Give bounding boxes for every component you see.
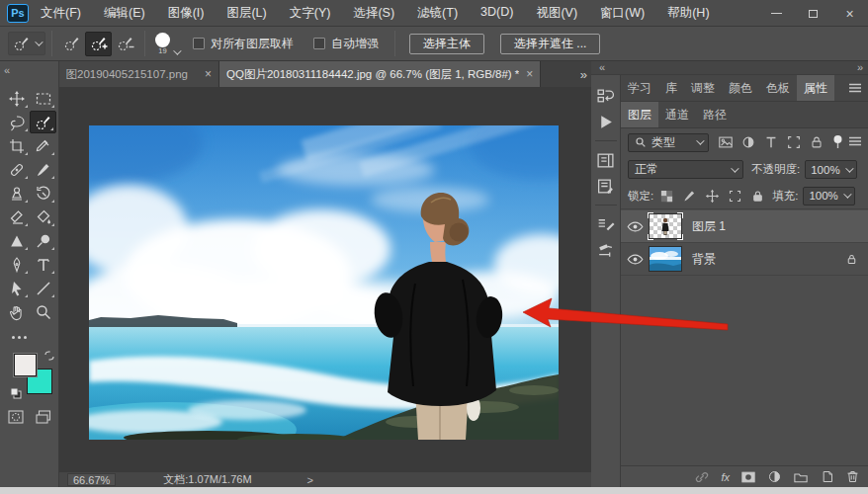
clone-stamp-tool[interactable] <box>3 182 30 205</box>
dodge-tool[interactable] <box>30 229 56 252</box>
add-to-selection-mode-button[interactable] <box>85 32 112 56</box>
pixel-layer-filter-icon[interactable] <box>718 134 734 150</box>
shape-layer-filter-icon[interactable] <box>786 134 802 150</box>
path-selection-tool[interactable] <box>3 277 30 299</box>
info-panel-icon[interactable] <box>591 147 621 173</box>
default-colors-icon[interactable] <box>10 387 22 399</box>
menu-layer[interactable]: 图层(L) <box>226 5 266 22</box>
tool-preset-picker[interactable] <box>8 32 45 55</box>
tab-libraries[interactable]: 库 <box>658 75 684 101</box>
screen-mode-icon[interactable] <box>35 409 52 425</box>
zoom-level-field[interactable]: 66.67% <box>67 473 116 486</box>
new-group-icon[interactable] <box>793 470 809 484</box>
zoom-tool[interactable] <box>30 300 56 323</box>
menu-3d[interactable]: 3D(D) <box>480 5 513 22</box>
menu-image[interactable]: 图像(I) <box>168 5 205 22</box>
spot-healing-tool[interactable] <box>3 158 30 181</box>
menu-select[interactable]: 选择(S) <box>353 5 394 22</box>
smart-object-filter-icon[interactable] <box>809 134 825 150</box>
paint-bucket-tool[interactable] <box>30 206 56 228</box>
layer-thumbnail[interactable] <box>649 246 682 272</box>
expand-panels-icon[interactable]: » <box>857 61 862 74</box>
document-tab-active[interactable]: QQ图片20180311184442.jpg @ 66.7% (图层 1, RG… <box>219 61 541 87</box>
new-layer-icon[interactable] <box>820 469 834 484</box>
menu-help[interactable]: 帮助(H) <box>667 5 709 22</box>
type-layer-filter-icon[interactable] <box>763 134 779 150</box>
subtract-from-selection-mode-button[interactable] <box>112 32 138 56</box>
notes-panel-icon[interactable] <box>591 173 621 199</box>
menu-file[interactable]: 文件(F) <box>41 5 81 22</box>
menu-filter[interactable]: 滤镜(T) <box>417 5 458 22</box>
new-adjustment-layer-icon[interactable] <box>767 469 782 484</box>
brush-size-picker[interactable]: 19 <box>155 33 179 55</box>
layer-visibility-toggle[interactable] <box>621 221 649 232</box>
quick-selection-tool[interactable] <box>30 111 56 133</box>
layer-name[interactable]: 图层 1 <box>692 218 726 235</box>
lock-position-icon[interactable] <box>705 189 720 204</box>
pen-tool[interactable] <box>3 253 30 276</box>
menu-edit[interactable]: 编辑(E) <box>104 5 145 22</box>
history-brush-tool[interactable] <box>30 182 56 205</box>
sharpen-tool[interactable] <box>3 229 30 252</box>
foreground-color-swatch[interactable] <box>14 354 37 376</box>
tab-swatches[interactable]: 色板 <box>759 75 797 101</box>
filter-toggle-icon[interactable] <box>831 134 844 150</box>
eyedropper-tool[interactable] <box>30 134 56 157</box>
document-tab-inactive[interactable]: 截图20190405215107.png × <box>59 61 219 87</box>
brush-tool[interactable] <box>30 158 56 181</box>
adjustment-layer-filter-icon[interactable] <box>740 134 756 150</box>
select-subject-button[interactable]: 选择主体 <box>409 34 484 54</box>
link-layers-icon[interactable] <box>694 469 710 485</box>
close-tab-icon[interactable]: × <box>205 67 212 81</box>
history-panel-icon[interactable] <box>591 83 621 109</box>
line-tool[interactable] <box>30 277 56 299</box>
collapse-panels-icon[interactable]: « <box>599 61 604 74</box>
quick-mask-icon[interactable] <box>7 409 25 425</box>
filter-type-dropdown[interactable]: 类型 <box>628 133 709 152</box>
eraser-tool[interactable] <box>3 206 30 228</box>
close-button[interactable]: × <box>831 0 868 27</box>
actions-panel-icon[interactable] <box>591 109 621 134</box>
tab-paths[interactable]: 路径 <box>696 102 734 127</box>
tab-learn[interactable]: 学习 <box>621 75 658 101</box>
auto-enhance-checkbox[interactable]: 自动增强 <box>313 36 379 52</box>
type-tool[interactable] <box>30 253 56 276</box>
lock-artboard-icon[interactable] <box>728 189 742 204</box>
status-options-chevron[interactable]: > <box>307 474 313 486</box>
menu-window[interactable]: 窗口(W) <box>600 5 645 22</box>
brush-settings-panel-icon[interactable] <box>591 211 621 237</box>
select-and-mask-button[interactable]: 选择并遮住 ... <box>500 34 600 54</box>
tab-channels[interactable]: 通道 <box>658 102 696 127</box>
canvas-workspace[interactable] <box>59 87 591 471</box>
panel-menu-icon[interactable] <box>848 82 862 94</box>
menu-view[interactable]: 视图(V) <box>536 5 577 22</box>
lock-all-icon[interactable] <box>750 189 765 204</box>
brushes-panel-icon[interactable] <box>591 237 621 263</box>
hand-tool[interactable] <box>3 300 30 323</box>
minimize-button[interactable] <box>758 0 795 27</box>
tab-overflow-icon[interactable]: » <box>580 61 585 87</box>
new-selection-mode-button[interactable] <box>58 32 85 56</box>
tab-layers[interactable]: 图层 <box>621 102 658 127</box>
tab-adjustments[interactable]: 调整 <box>684 75 722 101</box>
move-tool[interactable] <box>3 87 30 110</box>
maximize-button[interactable] <box>795 0 831 27</box>
lasso-tool[interactable] <box>3 111 30 133</box>
layer-name[interactable]: 背景 <box>692 251 716 268</box>
add-layer-mask-icon[interactable] <box>740 470 756 484</box>
opacity-field[interactable]: 100% <box>805 160 856 179</box>
sample-all-layers-checkbox[interactable]: 对所有图层取样 <box>193 36 294 52</box>
menu-type[interactable]: 文字(Y) <box>290 5 331 22</box>
close-tab-icon[interactable]: × <box>526 67 533 81</box>
lock-pixels-icon[interactable] <box>682 189 697 204</box>
delete-layer-icon[interactable] <box>845 469 860 484</box>
collapse-tools-icon[interactable]: « <box>4 64 9 76</box>
tab-color[interactable]: 颜色 <box>722 75 759 101</box>
lock-transparent-icon[interactable] <box>659 189 674 204</box>
edit-toolbar-ellipsis-icon[interactable] <box>12 336 27 339</box>
swap-colors-icon[interactable] <box>43 350 55 362</box>
layer-row-2[interactable]: 背景 <box>621 243 868 276</box>
blend-mode-dropdown[interactable]: 正常 <box>628 160 743 179</box>
layer-visibility-toggle[interactable] <box>621 254 649 265</box>
marquee-tool[interactable] <box>30 87 56 110</box>
